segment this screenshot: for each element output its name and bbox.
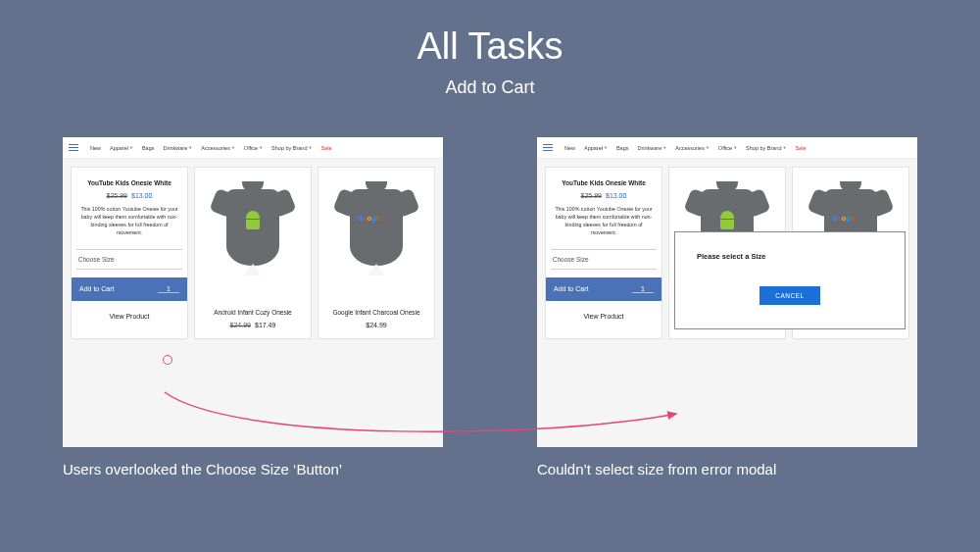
modal-message: Please select a Size (697, 252, 765, 261)
choose-size-button[interactable]: Choose Size (76, 249, 183, 270)
slide-subtitle: Add to Cart (0, 77, 980, 98)
right-caption: Couldn’t select size from error modal (537, 461, 917, 477)
nav-drinkware[interactable]: Drinkware▼ (638, 145, 667, 151)
slide-title: All Tasks (0, 0, 980, 68)
right-screenshot: New Apparel▼ Bags Drinkware▼ Accessories… (537, 137, 917, 447)
price-row: $25.99$13.00 (107, 192, 153, 199)
product-title: YouTube Kids Onesie White (83, 176, 175, 192)
nav-accessories[interactable]: Accessories▼ (675, 145, 710, 151)
nav-drinkware[interactable]: Drinkware▼ (164, 145, 193, 151)
nav-new[interactable]: New (90, 145, 101, 151)
view-product-button[interactable]: View Product (583, 301, 623, 331)
right-panel: New Apparel▼ Bags Drinkware▼ Accessories… (537, 137, 917, 477)
hamburger-icon[interactable] (69, 144, 78, 152)
add-to-cart-label: Add to Cart (79, 285, 114, 292)
product-description: This 100% cotton Youtube Onesie for your… (546, 199, 662, 245)
product-card-google[interactable]: Google Google Infant Charcoal Onesie $24… (318, 167, 435, 339)
nav-apparel[interactable]: Apparel▼ (110, 145, 133, 151)
nav-shopbybrand[interactable]: Shop by Brand▼ (271, 145, 312, 151)
price-row: $25.99$13.00 (581, 192, 627, 199)
product-price: $24.99$17.49 (230, 322, 276, 328)
nav-office[interactable]: Office▼ (718, 145, 737, 151)
view-product-button[interactable]: View Product (109, 301, 149, 331)
error-modal: Please select a Size CANCEL (674, 231, 906, 329)
nav-apparel[interactable]: Apparel▼ (584, 145, 608, 151)
product-name: Android Infant Cozy Onesie (210, 309, 296, 316)
nav-bags[interactable]: Bags (142, 145, 155, 151)
nav-new[interactable]: New (564, 145, 575, 151)
product-card-youtube: YouTube Kids Onesie White $25.99$13.00 T… (71, 167, 188, 339)
top-nav: New Apparel▼ Bags Drinkware▼ Accessories… (63, 137, 443, 159)
onesie-image-google: Google (336, 181, 416, 279)
product-name: Google Infant Charcoal Onesie (328, 309, 423, 316)
qty-input[interactable]: 1 (158, 285, 179, 293)
product-card-android[interactable]: Android Infant Cozy Onesie $24.99$17.49 (194, 167, 312, 339)
product-title: YouTube Kids Onesie White (558, 176, 650, 192)
choose-size-button[interactable]: Choose Size (551, 249, 658, 270)
add-to-cart-label: Add to Cart (554, 285, 588, 292)
nav-accessories[interactable]: Accessories▼ (201, 145, 235, 151)
add-to-cart-button[interactable]: Add to Cart 1 (72, 277, 187, 301)
product-price: $24.99 (366, 322, 386, 328)
left-panel: New Apparel▼ Bags Drinkware▼ Accessories… (63, 137, 443, 477)
left-screenshot: New Apparel▼ Bags Drinkware▼ Accessories… (63, 137, 443, 447)
product-card-youtube: YouTube Kids Onesie White $25.99$13.00 T… (545, 167, 662, 339)
hamburger-icon[interactable] (543, 144, 553, 152)
nav-shopbybrand[interactable]: Shop by Brand▼ (746, 145, 786, 151)
onesie-image-android (213, 181, 293, 279)
nav-sale[interactable]: Sale (795, 145, 806, 151)
left-caption: Users overlooked the Choose Size ‘Button… (63, 461, 443, 477)
nav-sale[interactable]: Sale (320, 145, 331, 151)
product-description: This 100% cotton Youtube Onesie for your… (72, 199, 187, 245)
nav-office[interactable]: Office▼ (244, 145, 263, 151)
qty-input[interactable]: 1 (632, 285, 654, 293)
top-nav: New Apparel▼ Bags Drinkware▼ Accessories… (537, 137, 917, 159)
cancel-button[interactable]: CANCEL (760, 286, 819, 305)
nav-bags[interactable]: Bags (616, 145, 629, 151)
annotation-hotspot-icon (163, 355, 172, 365)
add-to-cart-button[interactable]: Add to Cart 1 (546, 277, 662, 301)
